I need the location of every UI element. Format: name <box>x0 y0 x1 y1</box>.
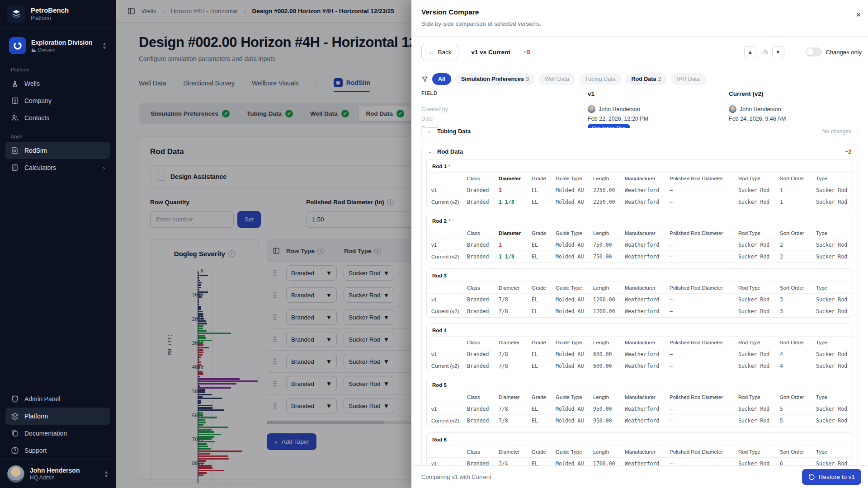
divider <box>795 48 795 56</box>
filter-chip-simulation-preferences[interactable]: Simulation Preferences3 <box>455 73 535 85</box>
sidebar-item-contacts[interactable]: Contacts <box>0 109 116 127</box>
user-menu[interactable]: John Henderson HQ Admin ▲▼ <box>0 459 116 488</box>
rod-col-header: Length <box>593 230 625 236</box>
rod-columns-header: ClassDiameterGradeGuide TypeLengthManufa… <box>427 172 853 184</box>
sidebar-item-admin-panel[interactable]: Admin Panel <box>0 390 116 408</box>
row-version-label: v1 <box>427 242 467 248</box>
rod-cell: EL <box>532 296 556 303</box>
rod-cell: 3 <box>780 296 816 303</box>
rod-col-header: Sort Order <box>780 285 816 291</box>
row-version-label: v1 <box>427 188 467 193</box>
back-button[interactable]: ←Back <box>421 44 458 60</box>
rod-cell: Sucker Rod <box>816 308 851 314</box>
sidebar-item-support[interactable]: Support <box>0 442 116 459</box>
rod-cell: – <box>670 253 738 260</box>
rod-cell: Weatherford <box>625 253 670 260</box>
rod-cell: Branded <box>467 242 499 248</box>
rod-cell: Sucker Rod <box>738 242 780 248</box>
rod-cell: 7/8 <box>499 296 532 303</box>
rod-cell: Sucker Rod <box>738 351 780 357</box>
rod-data-change-badge: ~2 <box>845 149 851 155</box>
derrick-icon <box>11 80 19 88</box>
meta-label: Date <box>421 114 588 123</box>
documents-icon <box>11 429 19 437</box>
avatar <box>729 105 736 113</box>
rod-cell: 1 <box>780 199 816 205</box>
sidebar-item-wells[interactable]: Wells <box>0 75 116 92</box>
panel-subtitle: Side-by-side comparison of selected vers… <box>421 20 858 27</box>
filter-bar: AllSimulation Preferences3Well DataTubin… <box>421 72 858 86</box>
org-icon <box>9 37 26 54</box>
rod-cell: Weatherford <box>625 460 670 466</box>
compare-sections-scroll[interactable]: › Tubing Data No changes ⌄ Rod Data ~2 R… <box>421 128 858 465</box>
sidebar-item-calculators[interactable]: Calculators › <box>5 159 110 176</box>
org-switcher[interactable]: Exploration Division Division ▲▼ <box>5 33 110 58</box>
rod-cell: 5 <box>780 406 816 412</box>
changes-only-toggle[interactable] <box>806 47 822 56</box>
rod-col-header: Diameter <box>499 230 532 236</box>
sidebar-item-company[interactable]: Company <box>0 92 116 109</box>
row-version-label: Current (v2) <box>427 199 467 205</box>
section-tubing-data[interactable]: › Tubing Data No changes <box>421 128 858 139</box>
rod-version-row: Current (v2)Branded7/8ELMolded AU950.00W… <box>427 415 853 427</box>
rod-cell: – <box>670 296 738 303</box>
rod-col-header: Rod Type <box>738 176 780 181</box>
rod-col-header: Rod Type <box>738 285 780 291</box>
prev-change-button[interactable]: ▲ <box>744 46 756 58</box>
rod-cell: 7/8 <box>499 351 532 357</box>
v2-created-by: John Henderson <box>729 104 858 114</box>
rod-col-header: Rod Type <box>738 394 780 400</box>
avatar <box>7 465 24 483</box>
section-label-apps: Apps <box>0 127 116 142</box>
filter-chip-rod-data[interactable]: Rod Data2 <box>626 73 667 85</box>
row-version-label: v1 <box>427 461 467 466</box>
row-version-label: v1 <box>427 406 467 412</box>
row-version-label: Current (v2) <box>427 418 467 423</box>
filter-chip-tubing-data[interactable]: Tubing Data <box>579 73 622 85</box>
sidebar-item-platform[interactable]: Platform <box>5 408 110 425</box>
divider <box>517 48 517 56</box>
rod-cell: Molded AU <box>556 418 593 424</box>
rod-col-header: Sort Order <box>780 230 816 236</box>
filter-chip-all[interactable]: All <box>432 73 451 85</box>
close-icon[interactable]: ✕ <box>853 9 864 21</box>
next-change-button[interactable]: ▼ <box>772 46 784 58</box>
rod-cell: 1 <box>499 187 532 193</box>
rod-col-header: Polished Rod Diameter <box>670 176 738 181</box>
rod-cell: 4 <box>780 363 816 369</box>
meta-label: Created by <box>421 104 588 114</box>
rod-version-row: Current (v2)Branded7/8ELMolded AU600.00W… <box>427 360 853 372</box>
rod-cell: – <box>670 418 738 424</box>
version-compare-panel: Version Compare Side-by-side comparison … <box>411 0 868 488</box>
rod-col-header: Sort Order <box>780 449 816 455</box>
sidebar-item-rodsim[interactable]: RodSim <box>5 142 110 159</box>
rod-col-header: Class <box>467 176 499 181</box>
rod-cell: 2250.00 <box>593 199 625 205</box>
rod-cell: EL <box>532 460 556 466</box>
rod-cell: EL <box>532 363 556 369</box>
sidebar-item-documentation[interactable]: Documentation <box>0 425 116 442</box>
rod-cell: 3 <box>780 308 816 314</box>
rod-cell: EL <box>532 308 556 314</box>
rod-cell: Sucker Rod <box>738 296 780 303</box>
divider <box>465 48 465 56</box>
rod-title: Rod 1* <box>427 160 853 172</box>
rod-cell: Branded <box>467 308 499 314</box>
rod-cell: EL <box>532 242 556 248</box>
filter-chip-well-data[interactable]: Well Data <box>539 73 575 85</box>
rod-cell: Sucker Rod <box>816 187 851 193</box>
rod-col-header: Polished Rod Diameter <box>670 394 738 400</box>
rod-cell: Molded AU <box>556 253 593 260</box>
section-rod-data-header[interactable]: ⌄ Rod Data ~2 <box>422 144 858 159</box>
section-rod-data: ⌄ Rod Data ~2 Rod 1*ClassDiameterGradeGu… <box>421 144 858 465</box>
calculator-icon <box>11 164 19 172</box>
people-icon <box>11 114 19 122</box>
rod-version-row: v1Branded7/8ELMolded AU950.00Weatherford… <box>427 403 853 415</box>
rod-col-header: Grade <box>532 230 556 236</box>
filter-chip-ipr-data[interactable]: IPR Data <box>671 73 706 85</box>
restore-button[interactable]: Restore to v1 <box>802 469 861 485</box>
rod-col-header: Polished Rod Diameter <box>670 449 738 455</box>
rod-cell: 2 <box>780 242 816 248</box>
compare-toolbar: ←Back v1 vs Current ~5 ▲ –/5 ▼ Changes o… <box>421 43 862 61</box>
row-version-label: Current (v2) <box>427 254 467 259</box>
